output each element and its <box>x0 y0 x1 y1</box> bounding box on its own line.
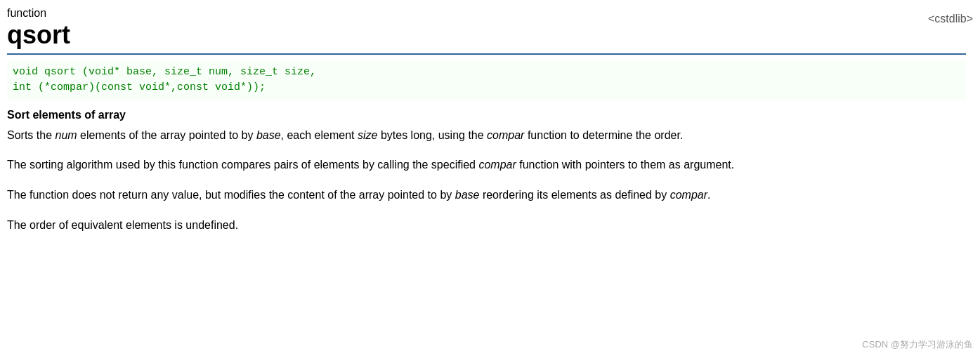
divider <box>7 53 966 55</box>
section-title: Sort elements of array <box>7 109 966 121</box>
description-para: The function does not return any value, … <box>7 187 966 204</box>
function-name: qsort <box>7 21 966 49</box>
code-line2: int (*compar)(const void*,const void*)); <box>13 80 960 96</box>
code-block: void qsort (void* base, size_t num, size… <box>7 60 966 100</box>
function-label: function <box>7 7 966 20</box>
description-para: Sorts the num elements of the array poin… <box>7 127 966 145</box>
header-link[interactable]: <cstdlib> <box>928 13 973 25</box>
code-line1: void qsort (void* base, size_t num, size… <box>13 65 960 81</box>
description-para: The order of equivalent elements is unde… <box>7 217 966 234</box>
paragraphs-container: Sorts the num elements of the array poin… <box>7 127 966 234</box>
watermark: CSDN @努力学习游泳的鱼 <box>862 338 973 351</box>
description-para: The sorting algorithm used by this funct… <box>7 157 966 174</box>
